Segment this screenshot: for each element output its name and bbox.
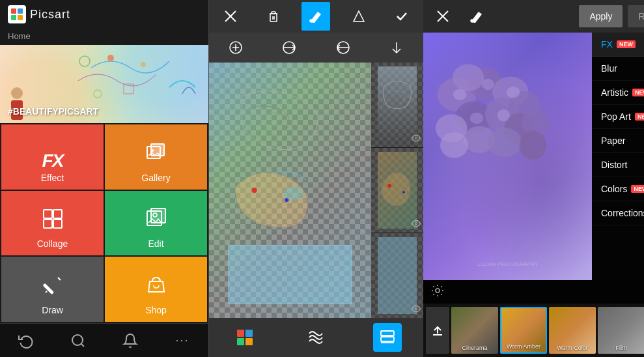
tile-effect[interactable]: FX Effect [1,124,104,190]
colors-new-badge: NEW [631,185,644,193]
layer-thumb-2[interactable] [371,148,423,233]
hero-text: #BEAUTIFYPICSART [8,106,98,117]
tiles-grid: FX Effect Gallery [0,123,208,323]
layer-3-eye[interactable] [412,304,421,315]
menu-item-colors[interactable]: Colors NEW [592,177,644,201]
apply-button[interactable]: Apply [579,5,623,27]
flip-h-btn[interactable] [275,33,303,62]
filter-film[interactable]: Film [598,307,644,354]
svg-point-50 [415,222,417,225]
shop-label: Shop [145,305,167,315]
flip-v-btn[interactable] [329,33,357,62]
filter-film-label: Film [598,345,644,351]
layers-canvas [209,63,423,318]
color-palette-btn[interactable] [231,323,259,352]
confirm-btn[interactable] [387,2,416,31]
fx-photo: LILLIAN PHOTOGRAPHY [423,33,592,280]
more-btn[interactable]: ··· [168,326,197,355]
svg-point-43 [252,188,257,193]
reset-button[interactable]: Reset [628,5,644,27]
fx-panel: Apply Reset [423,0,644,357]
effect-label: Effect [41,173,64,183]
home-panel: Picsart Home [0,0,208,357]
upload-btn[interactable] [426,307,449,354]
artistic-new-badge: NEW [632,89,644,96]
svg-line-22 [81,343,84,346]
add-layer-btn[interactable] [221,33,250,62]
svg-rect-52 [237,330,244,337]
filter-cinerama[interactable]: Cinerama [451,307,498,354]
svg-point-11 [151,149,154,152]
menu-item-distort[interactable]: Distort [592,153,644,177]
gallery-icon [145,141,168,170]
filter-warm-amber-label: Warm Amber [501,343,546,350]
layers-bottom [209,318,423,357]
svg-point-45 [284,187,303,200]
home-btn[interactable] [12,326,40,355]
tile-collage[interactable]: Collage [1,191,104,256]
filter-warm-amber[interactable]: Warm Amber [500,307,547,354]
logo-icon [8,5,26,23]
tile-draw[interactable]: Draw [1,257,104,322]
close-btn[interactable] [216,2,245,31]
shape-btn[interactable] [344,2,373,31]
svg-marker-29 [354,11,364,21]
tile-gallery[interactable]: Gallery [105,124,207,190]
menu-item-fx[interactable]: FX NEW [592,33,644,57]
svg-point-74 [453,64,484,91]
svg-point-71 [488,128,522,157]
layers-toolbar [209,0,423,33]
brush-btn[interactable] [301,2,330,31]
svg-point-5 [107,55,114,61]
svg-rect-19 [42,283,54,294]
menu-artistic-label: Artistic [601,87,628,98]
menu-item-corrections[interactable]: Corrections [592,201,644,225]
menu-item-paper[interactable]: Paper [592,129,644,153]
fx-brush-btn[interactable] [462,2,491,31]
warp-btn[interactable] [301,323,330,352]
edit-icon [145,207,168,236]
menu-item-blur[interactable]: Blur [592,57,644,81]
settings-icon[interactable] [431,284,444,300]
svg-point-61 [471,20,473,22]
fx-content: LILLIAN PHOTOGRAPHY FX NEW Blur Artistic… [423,33,644,280]
move-down-btn[interactable] [382,33,411,62]
layer-2-eye[interactable] [412,219,421,230]
filter-warm-color[interactable]: Warm Color [549,307,596,354]
fx-close-btn[interactable] [428,2,457,31]
notification-btn[interactable] [116,326,145,355]
layer-thumb-3[interactable] [371,233,423,318]
layer-thumb-1[interactable] [371,63,423,147]
svg-rect-0 [11,8,16,14]
menu-colors-label: Colors [601,184,627,194]
menu-fx-label: FX [601,39,613,50]
svg-point-4 [79,56,90,66]
menu-blur-label: Blur [601,63,617,74]
svg-point-80 [497,109,510,121]
layer-1-eye[interactable] [412,134,421,145]
draw-icon [41,274,64,302]
svg-point-76 [453,89,467,100]
svg-point-47 [415,137,417,139]
tile-edit[interactable]: Edit [105,191,207,256]
effect-icon: FX [42,150,63,171]
svg-rect-53 [245,330,253,337]
svg-point-78 [507,87,520,98]
svg-rect-15 [53,220,62,228]
canvas-artwork [209,63,371,318]
collage-label: Collage [37,238,68,249]
hero-banner[interactable]: #BEAUTIFYPICSART [0,45,208,123]
filter-cinerama-label: Cinerama [451,345,498,351]
menu-paper-label: Paper [601,136,625,146]
svg-rect-54 [237,338,244,345]
svg-point-51 [415,307,417,310]
menu-item-popart[interactable]: Pop Art NEW [592,105,644,129]
layers-panel-btn[interactable] [373,323,402,352]
tile-shop[interactable]: Shop [105,257,207,322]
search-btn[interactable] [64,326,92,355]
svg-rect-14 [44,220,52,228]
delete-btn[interactable] [259,2,288,31]
menu-item-artistic[interactable]: Artistic NEW [592,81,644,105]
svg-point-79 [470,113,484,124]
canvas-main[interactable] [209,63,371,318]
